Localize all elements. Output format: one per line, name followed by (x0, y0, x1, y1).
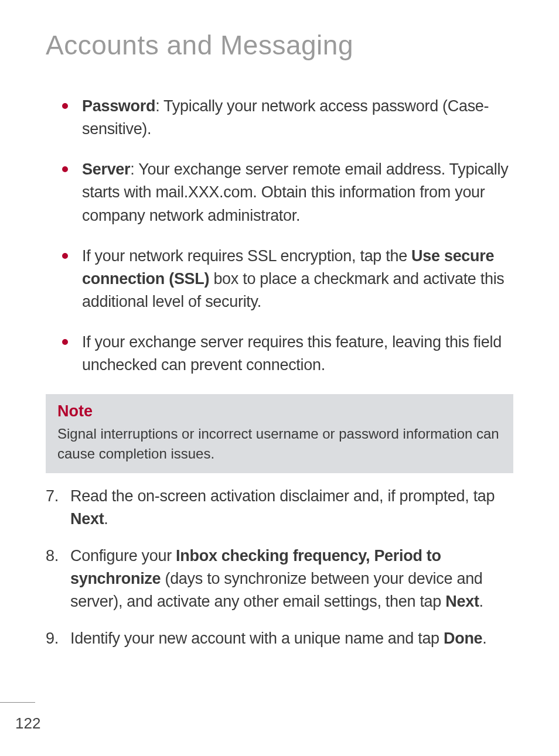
step-text-post: . (479, 593, 483, 610)
note-text: Signal interruptions or incorrect userna… (57, 424, 502, 463)
step-item: 7. Read the on-screen activation disclai… (46, 485, 513, 531)
note-title: Note (57, 402, 502, 420)
bullet-item: If your exchange server requires this fe… (82, 331, 513, 377)
footer-divider (0, 702, 35, 703)
bullet-item: If your network requires SSL encryption,… (82, 245, 513, 313)
step-number: 7. (46, 485, 59, 508)
bullet-text-pre: If your network requires SSL encryption,… (82, 247, 411, 265)
bullet-sep: : (155, 97, 163, 115)
step-text-pre: Configure your (70, 547, 176, 565)
step-item: 8. Configure your Inbox checking frequen… (46, 545, 513, 613)
step-text-post: . (104, 510, 108, 528)
step-item: 9. Identify your new account with a uniq… (46, 627, 513, 650)
step-bold: Next (70, 510, 104, 528)
numbered-steps: 7. Read the on-screen activation disclai… (46, 485, 513, 651)
step-text-pre: Identify your new account with a unique … (70, 630, 444, 647)
page-heading: Accounts and Messaging (46, 29, 513, 61)
bullet-text: Your exchange server remote email addres… (82, 160, 508, 224)
bullet-item: Password: Typically your network access … (82, 95, 513, 141)
bullet-text: If your exchange server requires this fe… (82, 333, 502, 374)
step-number: 8. (46, 545, 59, 567)
bullet-sep: : (130, 160, 138, 178)
bullet-list: Password: Typically your network access … (46, 95, 513, 377)
page-number: 122 (15, 714, 40, 733)
step-number: 9. (46, 627, 59, 650)
bullet-label: Password (82, 97, 155, 115)
page-content: Accounts and Messaging Password: Typical… (0, 0, 559, 650)
step-text-post: . (482, 630, 486, 647)
bullet-label: Server (82, 160, 130, 178)
page-footer: 122 (0, 702, 40, 733)
bullet-item: Server: Your exchange server remote emai… (82, 158, 513, 227)
step-bold: Done (444, 630, 482, 647)
note-box: Note Signal interruptions or incorrect u… (46, 394, 513, 473)
step-text-pre: Read the on-screen activation disclaimer… (70, 487, 495, 505)
step-bold: Next (445, 593, 479, 610)
